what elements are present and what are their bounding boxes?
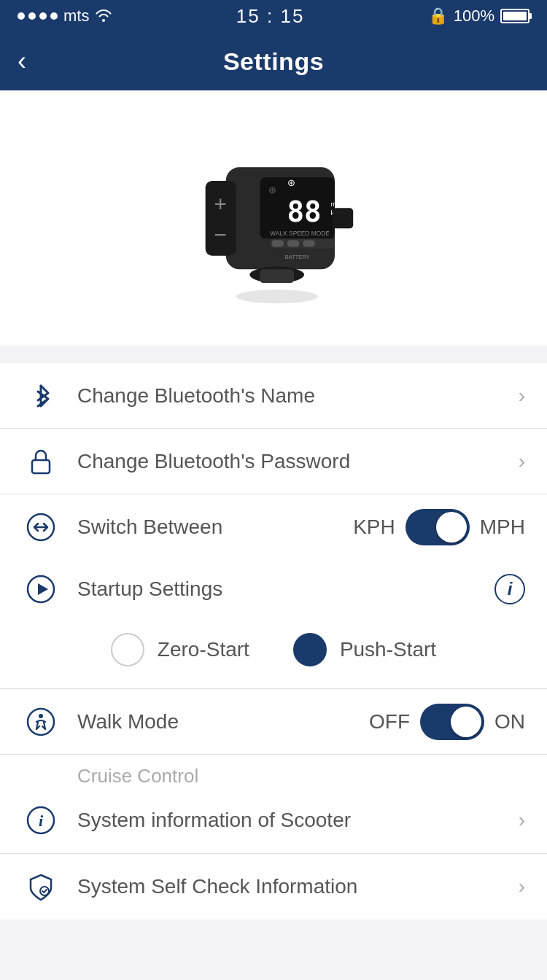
- push-start-radio[interactable]: [293, 633, 327, 666]
- switch-between-label: Switch Between: [77, 516, 353, 539]
- walk-mode-toggle-group: OFF ON: [369, 704, 525, 740]
- kph-mph-toggle[interactable]: [406, 509, 470, 545]
- mph-label: MPH: [480, 516, 525, 539]
- push-start-label: Push-Start: [340, 638, 436, 661]
- back-button[interactable]: ‹: [18, 48, 26, 74]
- wifi-icon: [95, 7, 112, 26]
- bluetooth-password-item[interactable]: Change Bluetooth's Password ›: [0, 429, 547, 494]
- svg-text:i: i: [39, 812, 44, 830]
- chevron-right-icon: ›: [519, 875, 525, 898]
- bluetooth-name-item[interactable]: Change Bluetooth's Name ›: [0, 363, 547, 429]
- time-display: 15 : 15: [236, 5, 305, 28]
- info-icon[interactable]: i: [494, 574, 525, 604]
- page-title: Settings: [223, 47, 324, 76]
- walk-mode-label: Walk Mode: [77, 710, 369, 734]
- bottom-area: [0, 919, 547, 980]
- walk-mode-off-label: OFF: [369, 710, 410, 734]
- kph-label: KPH: [353, 516, 395, 539]
- switch-between-item: Switch Between KPH MPH: [0, 494, 547, 560]
- svg-text:88: 88: [287, 195, 321, 228]
- battery-percentage: 100%: [454, 7, 494, 26]
- system-info-item[interactable]: i System information of Scooter ›: [0, 788, 547, 853]
- svg-rect-16: [333, 208, 353, 228]
- walk-mode-icon: [22, 703, 60, 741]
- lock-icon: [22, 443, 60, 481]
- svg-text:BATTERY: BATTERY: [285, 254, 310, 260]
- svg-text:WALK  SPEED  MODE: WALK SPEED MODE: [270, 230, 330, 237]
- svg-rect-11: [271, 240, 284, 246]
- svg-text:⊛: ⊛: [287, 177, 295, 188]
- device-image-area: + − ⊛ 88 mph km/h WALK SPEED MODE BATTER…: [0, 90, 547, 346]
- bluetooth-password-label: Change Bluetooth's Password: [77, 450, 510, 473]
- svg-rect-13: [303, 240, 315, 246]
- push-start-option[interactable]: Push-Start: [293, 633, 436, 666]
- device-image: + − ⊛ 88 mph km/h WALK SPEED MODE BATTER…: [171, 120, 376, 324]
- switch-icon: [22, 508, 60, 546]
- cruise-control-label: Cruise Control: [0, 755, 547, 788]
- svg-rect-18: [260, 269, 294, 283]
- svg-text:−: −: [214, 222, 226, 246]
- svg-rect-12: [287, 240, 300, 246]
- lock-status-icon: 🔒: [428, 7, 448, 26]
- svg-text:⊛: ⊛: [268, 184, 276, 195]
- signal-dots: [18, 12, 58, 20]
- startup-settings-header: Startup Settings i: [0, 560, 547, 618]
- walk-mode-item: Walk Mode OFF ON: [0, 689, 547, 755]
- svg-point-23: [28, 709, 54, 735]
- walk-mode-toggle[interactable]: [420, 704, 484, 740]
- svg-text:+: +: [214, 192, 226, 216]
- bluetooth-icon: [22, 377, 60, 415]
- battery-icon: [500, 9, 529, 23]
- cruise-control-partial: Cruise Control i System information of S…: [0, 755, 547, 854]
- chevron-right-icon: ›: [519, 384, 525, 408]
- zero-start-option[interactable]: Zero-Start: [111, 633, 249, 666]
- chevron-right-icon: ›: [519, 450, 525, 473]
- startup-settings-section: Startup Settings i Zero-Start Push-Start: [0, 560, 547, 689]
- self-check-label: System Self Check Information: [77, 875, 510, 898]
- info-circle-icon: i: [22, 801, 60, 839]
- status-right: 🔒 100%: [428, 7, 529, 26]
- status-bar: mts 15 : 15 🔒 100%: [0, 0, 547, 32]
- walk-mode-on-label: ON: [494, 710, 525, 734]
- kph-mph-toggle-group: KPH MPH: [353, 509, 525, 545]
- chevron-right-icon: ›: [519, 809, 525, 832]
- startup-settings-label: Startup Settings: [77, 578, 494, 601]
- zero-start-radio[interactable]: [111, 633, 144, 666]
- zero-start-label: Zero-Start: [158, 638, 249, 661]
- status-left: mts: [18, 7, 112, 26]
- system-self-check-section: System Self Check Information ›: [0, 854, 547, 919]
- carrier-label: mts: [63, 7, 89, 26]
- settings-list: Change Bluetooth's Name › Change Bluetoo…: [0, 363, 547, 560]
- play-icon: [22, 570, 60, 608]
- svg-point-24: [39, 714, 43, 718]
- shield-check-icon: [22, 868, 60, 906]
- startup-options: Zero-Start Push-Start: [0, 618, 547, 688]
- svg-text:mph: mph: [330, 201, 344, 208]
- svg-point-19: [236, 289, 318, 303]
- system-info-label: System information of Scooter: [77, 809, 510, 832]
- self-check-item[interactable]: System Self Check Information ›: [0, 854, 547, 919]
- nav-bar: ‹ Settings: [0, 32, 547, 90]
- bluetooth-name-label: Change Bluetooth's Name: [77, 384, 510, 408]
- svg-rect-20: [32, 460, 50, 473]
